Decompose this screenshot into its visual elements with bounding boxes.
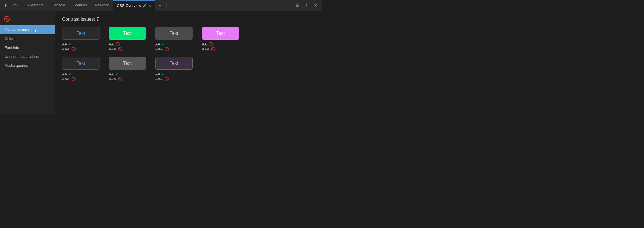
contrast-item-1: Text AA ✓ AAA 🚫 — [62, 27, 99, 51]
cursor-tool-icon[interactable] — [2, 1, 10, 10]
aaa-fail-icon-1: 🚫 — [71, 47, 76, 51]
rating-row-1: AA ✓ AAA 🚫 — [62, 42, 99, 51]
contrast-row-1: Text AA ✓ AAA 🚫 — [62, 27, 315, 51]
contrast-item-5: Text AA ✓ AAA 🚫 — [62, 57, 99, 81]
device-toggle-icon[interactable] — [12, 1, 20, 10]
tab-sources[interactable]: Sources — [70, 0, 91, 11]
settings-icon[interactable]: ⚙ — [293, 1, 301, 10]
more-tabs-icon[interactable]: » — [156, 1, 164, 10]
close-devtools-icon[interactable]: ✕ — [312, 1, 320, 10]
aa-rating-3: AA ✓ — [155, 42, 193, 46]
content-area: Contrast issues: 7 Text AA ✓ AAA — [55, 11, 322, 114]
rating-row-3: AA ✓ AAA 🚫 — [155, 42, 193, 51]
sidebar-item-unused-declarations[interactable]: Unused declarations — [0, 52, 55, 61]
rating-row-2: AA 🚫 AAA 🚫 — [109, 42, 146, 51]
rating-row-7: AA ✓ AAA 🚫 — [155, 72, 193, 81]
aaa-rating-2: AAA 🚫 — [109, 47, 146, 51]
aa-rating-4: AA 🚫 — [202, 42, 239, 46]
contrast-btn-5[interactable]: Text — [62, 57, 99, 70]
aaa-rating-6: AAA 🚫 — [109, 77, 146, 81]
aaa-rating-4: AAA 🚫 — [202, 47, 239, 51]
rating-row-5: AA ✓ AAA 🚫 — [62, 72, 99, 81]
aaa-fail-icon-3: 🚫 — [164, 47, 169, 51]
toolbar-right-actions: ⚙ ⋮ ✕ — [293, 1, 320, 10]
aa-rating-5: AA ✓ — [62, 72, 99, 76]
aaa-fail-icon-4: 🚫 — [211, 47, 216, 51]
contrast-item-2: Text AA 🚫 AAA 🚫 — [109, 27, 146, 51]
contrast-btn-7[interactable]: Text — [155, 57, 193, 70]
tab-console[interactable]: Console — [48, 0, 69, 11]
aa-pass-icon-1: ✓ — [69, 42, 72, 46]
contrast-item-6: Text AA ✓ AAA 🚫 — [109, 57, 146, 81]
aa-rating-7: AA ✓ — [155, 72, 193, 76]
aa-fail-icon-2: 🚫 — [115, 42, 120, 46]
contrast-item-7: Text AA ✓ AAA 🚫 — [155, 57, 193, 81]
rating-row-4: AA 🚫 AAA 🚫 — [202, 42, 239, 51]
aaa-rating-1: AAA 🚫 — [62, 47, 99, 51]
contrast-btn-4[interactable]: Text — [202, 27, 239, 40]
aa-rating-2: AA 🚫 — [109, 42, 146, 46]
aa-pass-icon-3: ✓ — [162, 42, 165, 46]
rating-row-6: AA ✓ AAA 🚫 — [109, 72, 146, 81]
aa-pass-icon-6: ✓ — [115, 72, 118, 76]
aaa-fail-icon-6: 🚫 — [118, 77, 122, 81]
sidebar-item-media-queries[interactable]: Media queries — [0, 61, 55, 70]
more-menu-icon[interactable]: ⋮ — [302, 1, 310, 10]
svg-rect-1 — [16, 5, 17, 6]
contrast-btn-6[interactable]: Text — [109, 57, 146, 70]
contrast-btn-1[interactable]: Text — [62, 27, 99, 40]
contrast-item-4: Text AA 🚫 AAA 🚫 — [202, 27, 239, 51]
sidebar-item-overview-summary[interactable]: Overview summary — [0, 25, 55, 34]
contrast-btn-3[interactable]: Text — [155, 27, 193, 40]
toolbar-divider-2 — [166, 2, 166, 9]
aaa-rating-5: AAA 🚫 — [62, 77, 99, 81]
aaa-fail-icon-7: 🚫 — [164, 77, 169, 81]
devtools-toolbar: Elements Console Sources Network CSS Ove… — [0, 0, 322, 11]
contrast-issues-title: Contrast issues: 7 — [62, 17, 315, 22]
tab-close-icon[interactable]: ✕ — [148, 4, 151, 8]
contrast-item-3: Text AA ✓ AAA 🚫 — [155, 27, 193, 51]
aaa-rating-3: AAA 🚫 — [155, 47, 193, 51]
aa-rating-6: AA ✓ — [109, 72, 146, 76]
main-layout: 🚫 Overview summary Colors Font info Unus… — [0, 11, 322, 114]
tab-network[interactable]: Network — [92, 0, 112, 11]
aa-rating-1: AA ✓ — [62, 42, 99, 46]
toolbar-divider-1 — [22, 2, 22, 9]
contrast-row-2: Text AA ✓ AAA 🚫 — [62, 57, 315, 81]
aaa-fail-icon-5: 🚫 — [71, 77, 76, 81]
aa-pass-icon-7: ✓ — [162, 72, 165, 76]
sidebar-item-font-info[interactable]: Font info — [0, 43, 55, 52]
contrast-grid: Text AA ✓ AAA 🚫 — [62, 27, 315, 81]
sidebar-top: 🚫 — [0, 13, 55, 25]
sidebar: 🚫 Overview summary Colors Font info Unus… — [0, 11, 55, 114]
aaa-fail-icon-2: 🚫 — [118, 47, 122, 51]
contrast-btn-2[interactable]: Text — [109, 27, 146, 40]
flask-icon: 🧪 — [142, 4, 147, 8]
tab-elements[interactable]: Elements — [24, 0, 47, 11]
tab-css-overview[interactable]: CSS Overview 🧪 ✕ — [113, 0, 155, 11]
aaa-rating-7: AAA 🚫 — [155, 77, 193, 81]
aa-fail-icon-4: 🚫 — [208, 42, 213, 46]
svg-rect-0 — [14, 4, 16, 6]
stop-capture-icon[interactable]: 🚫 — [3, 15, 11, 23]
sidebar-item-colors[interactable]: Colors — [0, 34, 55, 43]
aa-pass-icon-5: ✓ — [69, 72, 72, 76]
